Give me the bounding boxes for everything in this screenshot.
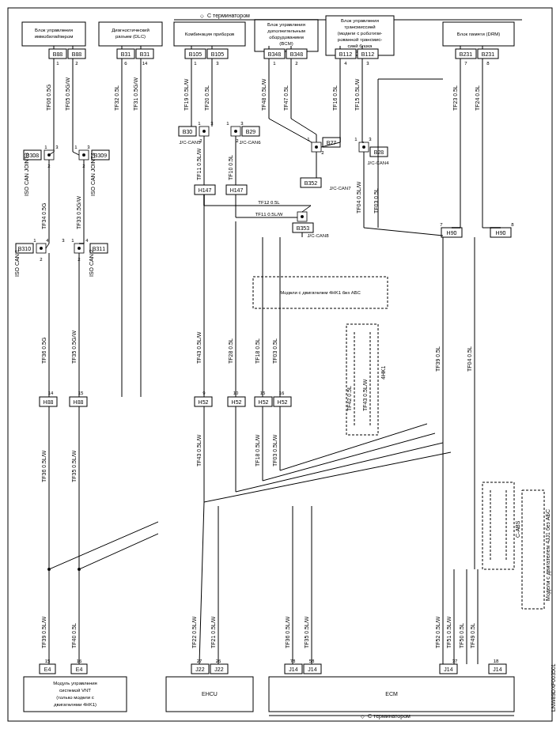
svg-text:TF04 0.5L/W: TF04 0.5L/W	[356, 181, 361, 213]
svg-text:TF16 0.5L: TF16 0.5L	[332, 85, 338, 111]
svg-text:TF49 0.5L: TF49 0.5L	[470, 623, 475, 648]
svg-text:J14: J14	[308, 667, 316, 672]
svg-text:TF36 0.5L/W: TF36 0.5L/W	[285, 616, 290, 648]
svg-text:TF12 0.5L: TF12 0.5L	[258, 200, 280, 205]
svg-text:B88: B88	[72, 51, 82, 57]
svg-text:B311: B311	[93, 246, 105, 251]
block-tcm-1: Блок управления	[341, 18, 379, 23]
jc-can8: J/C-CAN8	[307, 233, 329, 238]
marker-symbol: ◇	[200, 13, 204, 18]
block-immobilizer-1: Блок управления	[35, 28, 73, 32]
svg-text:B30: B30	[183, 129, 193, 134]
svg-text:B105: B105	[189, 51, 202, 57]
svg-text:15: 15	[78, 391, 84, 395]
svg-text:TF51 0.5L/W: TF51 0.5L/W	[446, 616, 452, 648]
svg-point-95	[315, 145, 318, 149]
svg-text:TF06 0.5G: TF06 0.5G	[46, 85, 51, 111]
svg-text:B231: B231	[482, 51, 494, 57]
svg-text:TF39 0.5L: TF39 0.5L	[435, 346, 441, 372]
svg-text:H147: H147	[230, 187, 244, 193]
svg-text:16: 16	[77, 659, 82, 663]
iso-can-j4: ISO CAN JOINT4	[90, 153, 96, 196]
svg-text:B348: B348	[268, 51, 281, 57]
svg-text:B112: B112	[339, 51, 352, 57]
svg-text:B112: B112	[361, 51, 374, 57]
svg-text:TF22 0.5L/W: TF22 0.5L/W	[191, 616, 197, 648]
svg-text:B88: B88	[53, 51, 63, 57]
svg-text:J14: J14	[289, 667, 297, 672]
svg-point-134	[301, 215, 304, 218]
svg-text:B31: B31	[140, 51, 150, 57]
svg-text:TF50 0.5L: TF50 0.5L	[459, 623, 464, 648]
svg-text:H88: H88	[74, 399, 84, 405]
svg-text:TF23 0.5L: TF23 0.5L	[452, 85, 458, 111]
svg-text:B352: B352	[305, 180, 317, 186]
svg-text:26: 26	[216, 659, 221, 663]
title-bottom: С терминатором	[368, 713, 411, 720]
svg-text:TF36 0.5G: TF36 0.5G	[41, 338, 47, 364]
svg-text:TF47 0.5L: TF47 0.5L	[283, 85, 289, 111]
block-vnt-4: двигателями 4HK1)	[54, 702, 96, 707]
block-bcm-1: Блок управления	[267, 22, 305, 27]
svg-text:TF43 0.5L/W: TF43 0.5L/W	[362, 379, 368, 411]
svg-text:16: 16	[279, 391, 285, 395]
doc-id: LNW89DXF003501	[551, 663, 556, 712]
note-4hk1: 4HK1	[380, 365, 386, 380]
svg-point-177	[78, 247, 81, 250]
svg-text:TF43 0.5L/W: TF43 0.5L/W	[196, 331, 202, 364]
block-diag-1: Диагностический	[112, 28, 149, 32]
svg-text:TF11 0.5L/W: TF11 0.5L/W	[196, 148, 202, 180]
iso-can-j3: ISO CAN JOINT3	[24, 153, 29, 196]
svg-text:E4: E4	[44, 667, 51, 672]
svg-text:B309: B309	[94, 153, 107, 158]
svg-text:TF39 0.5L/W: TF39 0.5L/W	[41, 616, 47, 648]
svg-text:TF31 0.5G/W: TF31 0.5G/W	[133, 77, 138, 111]
svg-text:B353: B353	[297, 225, 309, 231]
svg-text:TF42 0.5L: TF42 0.5L	[346, 386, 352, 411]
svg-text:J22: J22	[195, 667, 204, 672]
svg-text:TF04 0.5L: TF04 0.5L	[467, 346, 472, 372]
svg-text:B29: B29	[246, 129, 256, 134]
svg-text:H52: H52	[278, 399, 288, 405]
svg-text:78: 78	[290, 659, 296, 663]
block-tcm-4: рованной трансмис-	[338, 37, 382, 42]
svg-text:37: 37	[452, 659, 458, 663]
svg-text:B231: B231	[460, 51, 472, 57]
svg-text:B31: B31	[121, 51, 131, 57]
block-tcm-2: трансмиссией	[344, 25, 375, 29]
svg-point-81	[202, 130, 206, 133]
block-immobilizer-2: иммобилайзером	[35, 34, 74, 39]
svg-point-159	[82, 153, 85, 157]
block-tcm-5: сией блока	[348, 43, 373, 48]
svg-text:H90: H90	[496, 230, 506, 236]
note-cabs: С-ABS	[515, 520, 520, 538]
svg-text:E4: E4	[76, 667, 83, 672]
svg-text:B348: B348	[290, 51, 303, 57]
svg-text:TF03 0.5L/W: TF03 0.5L/W	[272, 434, 278, 466]
note-4jj1: Модели с двигателем 4JJ1 без АБС	[545, 509, 551, 601]
svg-text:TF48 0.5L/W: TF48 0.5L/W	[261, 78, 267, 111]
svg-text:TF40 0.5L: TF40 0.5L	[71, 623, 77, 648]
svg-text:TF03 0.5L: TF03 0.5L	[272, 338, 278, 364]
svg-text:TF33 0.5G/W: TF33 0.5G/W	[76, 196, 81, 229]
svg-point-83	[234, 130, 237, 133]
svg-text:J22: J22	[214, 667, 223, 672]
svg-text:H52: H52	[232, 399, 242, 405]
svg-text:58: 58	[309, 659, 315, 663]
svg-text:TF35 0.5L/W: TF35 0.5L/W	[71, 450, 77, 482]
svg-text:B105: B105	[211, 51, 224, 57]
block-tcm-3: (модели с роботизи-	[338, 31, 383, 36]
block-bcm-2: дополнительным	[267, 28, 305, 33]
svg-text:TF18 0.5L/W: TF18 0.5L/W	[255, 434, 260, 466]
svg-text:TF35 0.5L/W: TF35 0.5L/W	[304, 616, 309, 648]
svg-text:15: 15	[45, 659, 51, 663]
svg-text:TF52 0.5L/W: TF52 0.5L/W	[435, 616, 441, 648]
svg-text:B28: B28	[374, 149, 384, 155]
svg-text:TF43 0.5L/W: TF43 0.5L/W	[196, 434, 202, 466]
block-bcm-4: (BCM)	[279, 41, 293, 46]
wiring-diagram: ◇ С терминатором Блок управления иммобил…	[0, 0, 560, 729]
svg-text:H90: H90	[447, 230, 457, 236]
svg-text:J14: J14	[444, 667, 452, 672]
svg-text:27: 27	[197, 659, 202, 663]
svg-text:TF28 0.5L: TF28 0.5L	[228, 338, 233, 364]
